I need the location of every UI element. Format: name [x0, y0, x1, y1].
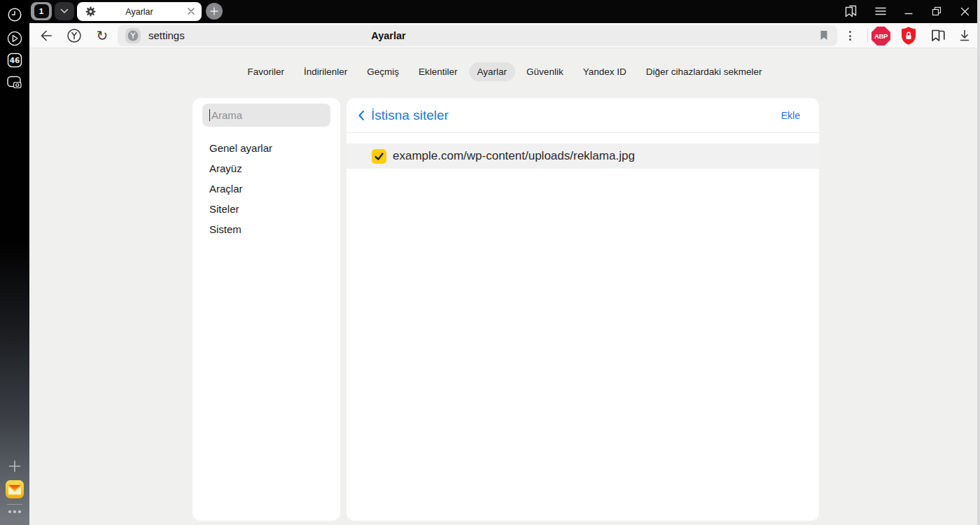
adblock-badge-icon[interactable]: ABP [872, 27, 890, 46]
window-close-icon[interactable] [956, 3, 973, 20]
nav-tab-yandex-id[interactable]: Yandex ID [575, 62, 635, 81]
extension-count: 46 [10, 56, 20, 64]
new-tab-button[interactable] [206, 3, 223, 20]
exception-url: example.com/wp-content/uploads/reklama.j… [393, 149, 635, 163]
exceptions-panel: İstisna siteler Ekle example.com/wp-cont… [346, 98, 819, 521]
app-sidebar: 46 [0, 0, 29, 525]
tab-title: Ayarlar [125, 7, 153, 17]
collections-icon[interactable] [930, 27, 946, 44]
refresh-icon[interactable]: ↻ [94, 27, 111, 44]
adblock-label: ABP [874, 32, 888, 40]
more-dots-icon[interactable] [0, 510, 29, 513]
site-favicon [125, 28, 141, 43]
protect-shield-icon[interactable] [899, 27, 918, 44]
new-tab-icon [210, 7, 218, 15]
nav-tab-eklentiler[interactable]: Eklentiler [410, 62, 466, 81]
menu-item-genel-ayarlar[interactable]: Genel ayarlar [192, 138, 340, 158]
side-panel-icon[interactable] [843, 3, 860, 20]
menu-item-arayuz[interactable]: Arayüz [192, 158, 340, 178]
nav-tab-gecmis[interactable]: Geçmiş [358, 62, 407, 81]
window-border [977, 0, 980, 525]
history-clock-icon[interactable] [0, 7, 29, 22]
tab-list-chevron-button[interactable] [55, 2, 74, 20]
restore-icon[interactable] [928, 3, 945, 20]
page-title: Ayarlar [371, 30, 405, 41]
check-icon [374, 151, 384, 162]
tab-close-icon[interactable] [187, 7, 195, 15]
menu-item-araclar[interactable]: Araçlar [192, 178, 340, 199]
nav-tab-indirilenler[interactable]: İndirilenler [295, 62, 356, 81]
titlebar: 1 Ayarlar [29, 0, 980, 23]
nav-tab-favoriler[interactable]: Favoriler [239, 62, 293, 81]
url-text: settings [148, 29, 185, 41]
add-panel-icon[interactable] [0, 460, 29, 472]
player-icon[interactable] [0, 30, 29, 47]
settings-sidebar-panel: Genel ayarlar Arayüz Araçlar Siteler Sis… [192, 98, 340, 521]
minimize-icon[interactable] [900, 3, 917, 20]
bookmark-icon[interactable] [819, 29, 829, 41]
search-input[interactable] [202, 104, 330, 127]
exceptions-title: İstisna siteler [371, 108, 449, 123]
nav-tab-diger-cihazlar[interactable]: Diğer cihazlardaki sekmeler [638, 62, 771, 81]
exception-row[interactable]: example.com/wp-content/uploads/reklama.j… [346, 144, 819, 169]
browser-tab-settings[interactable]: Ayarlar [77, 2, 202, 21]
nav-tab-ayarlar[interactable]: Ayarlar [469, 62, 516, 81]
exception-checkbox[interactable] [372, 149, 386, 164]
gear-icon [85, 6, 96, 17]
search-field-wrap [202, 104, 330, 127]
sidebar-divider [7, 504, 22, 505]
back-icon[interactable] [38, 27, 55, 44]
menu-item-siteler[interactable]: Siteler [192, 199, 340, 219]
settings-menu: Genel ayarlar Arayüz Araçlar Siteler Sis… [192, 138, 340, 239]
exceptions-header: İstisna siteler Ekle [346, 98, 819, 133]
chevron-down-icon [60, 8, 69, 14]
text-caret [209, 109, 210, 121]
browser-toolbar: ↻ settings Ayarlar ABP [29, 23, 980, 48]
menu-icon[interactable] [872, 3, 889, 20]
tab-counter-badge: 1 [34, 4, 49, 18]
toolbar-divider [867, 29, 868, 43]
download-icon[interactable] [956, 27, 973, 44]
add-exception-button[interactable]: Ekle [781, 110, 800, 121]
screenshot-icon[interactable] [0, 75, 29, 90]
nav-tab-guvenlik[interactable]: Güvenlik [518, 62, 572, 81]
tab-counter-button[interactable]: 1 [31, 2, 52, 20]
yandex-button-icon[interactable] [66, 27, 83, 44]
extensions-badge-icon[interactable]: 46 [0, 52, 29, 68]
kebab-icon[interactable] [841, 27, 858, 44]
back-chevron-icon[interactable] [356, 108, 367, 122]
yandex-mail-icon[interactable] [0, 480, 29, 498]
settings-page: Favoriler İndirilenler Geçmiş Eklentiler… [29, 48, 980, 525]
menu-item-sistem[interactable]: Sistem [192, 219, 340, 239]
settings-nav: Favoriler İndirilenler Geçmiş Eklentiler… [29, 62, 980, 81]
address-bar[interactable]: settings Ayarlar [118, 25, 837, 46]
